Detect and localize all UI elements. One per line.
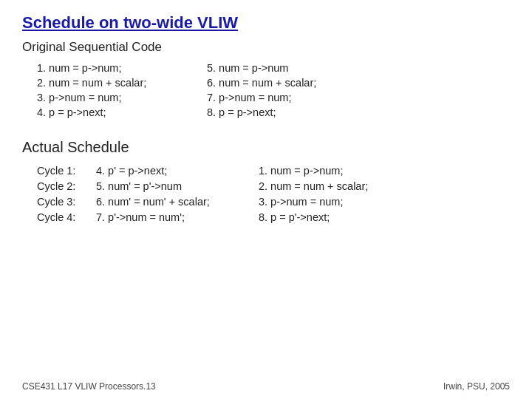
footer-right: Irwin, PSU, 2005: [443, 381, 510, 392]
seq-code-cell: 1. num = p->num;: [37, 62, 207, 74]
cycle-label: Cycle 4:: [37, 211, 96, 223]
cycle-col2: 2. num = num + scalar;: [259, 180, 510, 192]
footer-left: CSE431 L17 VLIW Processors.13: [22, 381, 156, 392]
page-title: Schedule on two-wide VLIW: [22, 13, 510, 33]
original-section: Original Sequential Code 1. num = p->num…: [22, 40, 510, 118]
actual-section-header: Actual Schedule: [22, 139, 510, 156]
cycle-col1: 5. num' = p'->num: [96, 180, 259, 192]
cycle-label: Cycle 3:: [37, 196, 96, 208]
original-section-header: Original Sequential Code: [22, 40, 510, 55]
footer: CSE431 L17 VLIW Processors.13 Irwin, PSU…: [22, 381, 510, 392]
cycle-label: Cycle 2:: [37, 180, 96, 192]
cycle-label: Cycle 1:: [37, 165, 96, 177]
cycle-col1: 6. num' = num' + scalar;: [96, 196, 259, 208]
page: Schedule on two-wide VLIW Original Seque…: [0, 0, 532, 399]
cycle-col2: 8. p = p'->next;: [259, 211, 510, 223]
seq-code-cell: 8. p = p->next;: [207, 106, 510, 118]
cycle-table: Cycle 1:4. p' = p->next;1. num = p->num;…: [37, 165, 510, 223]
cycle-col2: 3. p->num = num;: [259, 196, 510, 208]
seq-code-cell: 4. p = p->next;: [37, 106, 207, 118]
seq-code-table: 1. num = p->num;5. num = p->num2. num = …: [37, 62, 510, 118]
seq-code-cell: 7. p->num = num;: [207, 92, 510, 103]
seq-code-cell: 2. num = num + scalar;: [37, 77, 207, 89]
seq-code-cell: 5. num = p->num: [207, 62, 510, 74]
cycle-col2: 1. num = p->num;: [259, 165, 510, 177]
seq-code-cell: 6. num = num + scalar;: [207, 77, 510, 89]
seq-code-cell: 3. p->num = num;: [37, 92, 207, 103]
cycle-col1: 4. p' = p->next;: [96, 165, 259, 177]
actual-section: Actual Schedule Cycle 1:4. p' = p->next;…: [22, 139, 510, 223]
cycle-col1: 7. p'->num = num';: [96, 211, 259, 223]
